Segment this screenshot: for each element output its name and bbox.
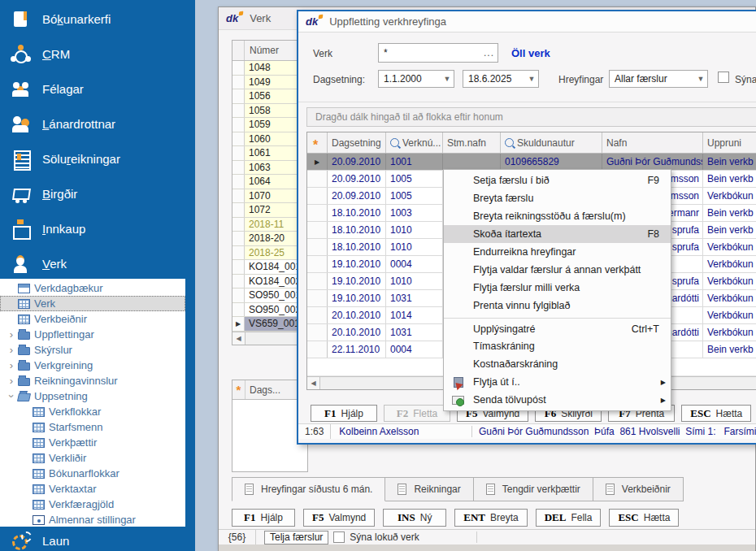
grid-column-header[interactable]: Nafn xyxy=(602,132,703,153)
tree-item-label: Starfsmenn xyxy=(49,421,102,433)
grid-row[interactable]: 20.09.2010 1001 0109665829 Guðni Þór Guð… xyxy=(307,154,756,171)
grid-column-header[interactable]: Uppruni xyxy=(703,132,756,153)
date-field-label: Dagsetning: xyxy=(313,74,365,85)
function-button[interactable]: ESC Hætta xyxy=(681,405,751,422)
movements-dropdown[interactable]: Allar færslur ▼ xyxy=(609,70,708,88)
tree-item[interactable]: Verkgreining xyxy=(0,358,185,373)
expander-icon[interactable] xyxy=(5,358,18,373)
tree-item[interactable]: Skýrslur xyxy=(0,342,185,358)
grid-column-header[interactable]: Stm.nafn xyxy=(443,132,501,153)
bottom-tab[interactable]: Verkbeiðnir xyxy=(593,477,684,501)
tree-item[interactable]: Almennar stillingar xyxy=(0,512,185,527)
expander-icon[interactable] xyxy=(5,327,18,342)
function-button[interactable]: INS Ný xyxy=(383,509,446,527)
context-menu-item[interactable]: Upplýsingatré Ctrl+T ▶ xyxy=(444,318,671,337)
sidebar-module-item[interactable]: Verk xyxy=(0,246,195,281)
grid-column-header[interactable]: Dagsetning xyxy=(328,132,386,153)
module-icon xyxy=(11,115,32,134)
grid-column-header[interactable] xyxy=(307,132,328,153)
function-button[interactable]: ENT Breyta xyxy=(454,509,527,527)
tree-item[interactable]: Uppflettingar xyxy=(0,327,185,342)
uppruni-cell: Bein verkb xyxy=(703,341,756,358)
tree-item[interactable]: Verk xyxy=(0,296,185,311)
function-label: Hætta xyxy=(644,512,671,523)
grid-column-header[interactable]: Verknú... xyxy=(386,132,443,153)
verk-filter-input[interactable]: * ... xyxy=(378,43,498,63)
tree-item[interactable]: Uppsetning xyxy=(0,388,185,404)
row-indicator xyxy=(232,76,245,89)
sidebar-module-item[interactable]: Lánardrottnar xyxy=(0,106,195,141)
bottom-tab[interactable]: Hreyfingar síðustu 6 mán. xyxy=(232,477,385,501)
context-menu-item[interactable]: Flytja færslur milli verka ▶ xyxy=(444,279,671,297)
date-from-dropdown[interactable]: 1.1.2000 ▼ xyxy=(378,70,454,88)
sidebar-module-item[interactable]: Félagar xyxy=(0,72,195,106)
context-menu-item[interactable]: Endurreikna hreyfingar ▶ xyxy=(444,243,671,261)
expander-icon[interactable] xyxy=(5,342,18,358)
date-to-dropdown[interactable]: 18.6.2025 ▼ xyxy=(463,70,539,88)
tree-item[interactable]: Verkþættir xyxy=(0,435,185,450)
count-records-button[interactable]: Telja færslur xyxy=(264,531,328,544)
function-key: DEL xyxy=(545,511,567,524)
tree-item[interactable]: Verkdagbækur xyxy=(0,280,185,296)
grid-column-header[interactable]: Skuldunautur xyxy=(501,132,602,153)
sidebar-module-item[interactable]: Birgðir xyxy=(0,176,195,211)
all-verk-link[interactable]: Öll verk xyxy=(511,47,550,59)
dialog-titlebar[interactable]: dk Uppfletting verkhreyfinga xyxy=(298,11,756,33)
sidebar-module-item[interactable]: Innkaup xyxy=(0,211,195,246)
function-button[interactable]: F1 Hjálp xyxy=(232,509,295,527)
bottom-tab[interactable]: Tengdir verkþættir xyxy=(474,477,593,501)
menu-item-label: Upplýsingatré xyxy=(473,323,535,335)
context-menu-item[interactable]: Breyta færslu ▶ xyxy=(444,189,671,207)
tree-item[interactable]: Verktaxtar xyxy=(0,481,185,497)
group-by-drop-zone[interactable]: Dragðu dálk hingað til að flokka eftir h… xyxy=(306,107,756,127)
scroll-left-icon[interactable]: ◀ xyxy=(232,332,245,345)
context-menu-item[interactable]: Skoða ítartexta F8 ▶ xyxy=(444,225,671,243)
tree-item[interactable]: Reikningavinnslur xyxy=(0,373,185,388)
menu-item-label: Kostnaðarskráning xyxy=(473,358,558,370)
lookup-ellipsis-button[interactable]: ... xyxy=(484,47,494,59)
context-menu-item[interactable]: Kostnaðarskráning ▶ xyxy=(444,355,671,373)
context-menu-item[interactable]: Flytja valdar færslur á annan verkþátt ▶ xyxy=(444,261,671,279)
expander-icon[interactable] xyxy=(5,373,18,388)
sidebar-module-item[interactable]: Bókunarkerfi xyxy=(0,2,195,37)
scroll-left-icon[interactable]: ◀ xyxy=(307,377,320,389)
function-button[interactable]: DEL Fella xyxy=(536,509,602,527)
date-cell: 20.10.2010 xyxy=(328,307,386,323)
date-cell: 20.09.2010 xyxy=(328,154,386,170)
tree-item[interactable]: Verkbeiðnir xyxy=(0,311,185,327)
sidebar-module-item[interactable]: Sölureikningar xyxy=(0,141,195,176)
verknr-cell: 1010 xyxy=(386,239,443,255)
menu-item-label: Endurreikna hreyfingar xyxy=(473,246,576,258)
sidebar-tree: Verkdagbækur Verk Verkbeiðnir Uppflettin… xyxy=(0,280,185,527)
show-closed-checkbox[interactable] xyxy=(333,531,345,543)
menu-item-label: Breyta reikningsstöðu á færslu(m) xyxy=(473,210,626,222)
context-menu-item[interactable]: Breyta reikningsstöðu á færslu(m) ▶ xyxy=(444,207,671,225)
bottom-tab[interactable]: Reikningar xyxy=(385,477,473,501)
sidebar-item-laun[interactable]: Laun xyxy=(0,530,195,551)
function-button[interactable]: F2 Fletta xyxy=(384,405,450,422)
tree-item[interactable]: Bókunarflokkar xyxy=(0,466,185,481)
menu-item-label: Breyta færslu xyxy=(473,193,533,204)
tree-item[interactable]: Verkflokkar xyxy=(0,404,185,419)
context-menu-item[interactable]: Flytja út í.. ▶ xyxy=(444,373,671,391)
sidebar-module-item[interactable]: CRM xyxy=(0,37,195,72)
function-button[interactable]: F1 Hjálp xyxy=(311,405,377,422)
function-label: Valmynd xyxy=(328,512,366,523)
tree-item[interactable]: Starfsmenn xyxy=(0,419,185,435)
function-button[interactable]: ESC Hætta xyxy=(609,509,679,527)
context-menu-item[interactable]: Tímaskráning ▶ xyxy=(444,337,671,355)
dags-column-header[interactable]: Dags... xyxy=(245,384,280,396)
tree-item[interactable]: Verkliðir xyxy=(0,450,185,466)
dk-logo-icon: dk xyxy=(226,12,243,24)
uppruni-cell: Verkbókun xyxy=(703,290,756,306)
function-button[interactable]: F5 Valmynd xyxy=(303,509,375,527)
context-menu-item[interactable]: Setja færslu í bið F9 ▶ xyxy=(444,171,671,189)
expander-icon[interactable] xyxy=(5,388,18,404)
verknr-cell: 1010 xyxy=(386,273,443,289)
context-menu-item[interactable]: Senda tölvupóst ▶ xyxy=(444,391,671,409)
tree-item[interactable]: Verkfæragjöld xyxy=(0,497,185,512)
context-menu-item[interactable]: Prenta vinnu fylgiblað ▶ xyxy=(444,297,671,315)
function-label: Breyta xyxy=(490,512,519,523)
show-unposted-checkbox[interactable] xyxy=(718,72,729,83)
tree-item-icon xyxy=(17,393,31,401)
